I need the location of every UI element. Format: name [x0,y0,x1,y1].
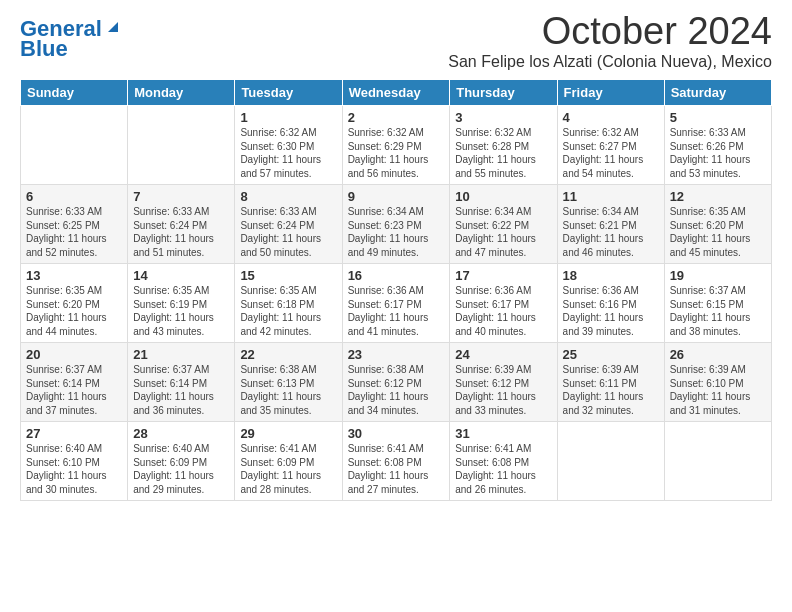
week-row-2: 6Sunrise: 6:33 AM Sunset: 6:25 PM Daylig… [21,185,772,264]
calendar-cell: 5Sunrise: 6:33 AM Sunset: 6:26 PM Daylig… [664,106,771,185]
calendar-cell: 10Sunrise: 6:34 AM Sunset: 6:22 PM Dayli… [450,185,557,264]
calendar-cell: 26Sunrise: 6:39 AM Sunset: 6:10 PM Dayli… [664,343,771,422]
calendar-cell [557,422,664,501]
week-row-3: 13Sunrise: 6:35 AM Sunset: 6:20 PM Dayli… [21,264,772,343]
day-info: Sunrise: 6:40 AM Sunset: 6:09 PM Dayligh… [133,442,229,496]
calendar-cell: 17Sunrise: 6:36 AM Sunset: 6:17 PM Dayli… [450,264,557,343]
calendar-header-row: SundayMondayTuesdayWednesdayThursdayFrid… [21,80,772,106]
calendar-cell: 9Sunrise: 6:34 AM Sunset: 6:23 PM Daylig… [342,185,450,264]
calendar-cell: 31Sunrise: 6:41 AM Sunset: 6:08 PM Dayli… [450,422,557,501]
day-header-thursday: Thursday [450,80,557,106]
calendar-cell [21,106,128,185]
day-number: 3 [455,110,551,125]
day-info: Sunrise: 6:38 AM Sunset: 6:13 PM Dayligh… [240,363,336,417]
calendar-cell [664,422,771,501]
day-number: 20 [26,347,122,362]
calendar-cell: 14Sunrise: 6:35 AM Sunset: 6:19 PM Dayli… [128,264,235,343]
day-info: Sunrise: 6:32 AM Sunset: 6:30 PM Dayligh… [240,126,336,180]
day-number: 26 [670,347,766,362]
day-number: 2 [348,110,445,125]
logo-text-blue: Blue [20,38,68,60]
day-info: Sunrise: 6:36 AM Sunset: 6:17 PM Dayligh… [455,284,551,338]
day-number: 16 [348,268,445,283]
day-number: 13 [26,268,122,283]
day-header-tuesday: Tuesday [235,80,342,106]
day-header-wednesday: Wednesday [342,80,450,106]
day-number: 11 [563,189,659,204]
calendar-cell: 30Sunrise: 6:41 AM Sunset: 6:08 PM Dayli… [342,422,450,501]
title-area: October 2024 San Felipe los Alzati (Colo… [448,10,772,71]
calendar-cell: 3Sunrise: 6:32 AM Sunset: 6:28 PM Daylig… [450,106,557,185]
header: General Blue October 2024 San Felipe los… [20,10,772,71]
day-info: Sunrise: 6:36 AM Sunset: 6:16 PM Dayligh… [563,284,659,338]
day-number: 14 [133,268,229,283]
subtitle: San Felipe los Alzati (Colonia Nueva), M… [448,53,772,71]
day-info: Sunrise: 6:39 AM Sunset: 6:10 PM Dayligh… [670,363,766,417]
day-number: 25 [563,347,659,362]
day-number: 4 [563,110,659,125]
day-header-friday: Friday [557,80,664,106]
day-info: Sunrise: 6:34 AM Sunset: 6:21 PM Dayligh… [563,205,659,259]
day-number: 24 [455,347,551,362]
calendar-body: 1Sunrise: 6:32 AM Sunset: 6:30 PM Daylig… [21,106,772,501]
calendar-cell: 20Sunrise: 6:37 AM Sunset: 6:14 PM Dayli… [21,343,128,422]
calendar-cell: 18Sunrise: 6:36 AM Sunset: 6:16 PM Dayli… [557,264,664,343]
day-header-monday: Monday [128,80,235,106]
day-info: Sunrise: 6:34 AM Sunset: 6:23 PM Dayligh… [348,205,445,259]
week-row-4: 20Sunrise: 6:37 AM Sunset: 6:14 PM Dayli… [21,343,772,422]
day-number: 27 [26,426,122,441]
calendar-cell: 23Sunrise: 6:38 AM Sunset: 6:12 PM Dayli… [342,343,450,422]
day-number: 30 [348,426,445,441]
day-number: 17 [455,268,551,283]
day-info: Sunrise: 6:34 AM Sunset: 6:22 PM Dayligh… [455,205,551,259]
day-info: Sunrise: 6:35 AM Sunset: 6:20 PM Dayligh… [670,205,766,259]
calendar-cell: 11Sunrise: 6:34 AM Sunset: 6:21 PM Dayli… [557,185,664,264]
day-number: 10 [455,189,551,204]
calendar: SundayMondayTuesdayWednesdayThursdayFrid… [20,79,772,501]
calendar-cell: 21Sunrise: 6:37 AM Sunset: 6:14 PM Dayli… [128,343,235,422]
week-row-1: 1Sunrise: 6:32 AM Sunset: 6:30 PM Daylig… [21,106,772,185]
calendar-cell [128,106,235,185]
day-info: Sunrise: 6:33 AM Sunset: 6:24 PM Dayligh… [240,205,336,259]
day-number: 21 [133,347,229,362]
month-title: October 2024 [448,10,772,53]
day-number: 9 [348,189,445,204]
calendar-cell: 13Sunrise: 6:35 AM Sunset: 6:20 PM Dayli… [21,264,128,343]
logo: General Blue [20,18,122,60]
calendar-cell: 7Sunrise: 6:33 AM Sunset: 6:24 PM Daylig… [128,185,235,264]
day-info: Sunrise: 6:32 AM Sunset: 6:28 PM Dayligh… [455,126,551,180]
day-number: 7 [133,189,229,204]
day-number: 29 [240,426,336,441]
day-number: 28 [133,426,229,441]
day-info: Sunrise: 6:36 AM Sunset: 6:17 PM Dayligh… [348,284,445,338]
day-info: Sunrise: 6:37 AM Sunset: 6:14 PM Dayligh… [26,363,122,417]
day-info: Sunrise: 6:35 AM Sunset: 6:18 PM Dayligh… [240,284,336,338]
day-number: 15 [240,268,336,283]
calendar-cell: 6Sunrise: 6:33 AM Sunset: 6:25 PM Daylig… [21,185,128,264]
day-number: 6 [26,189,122,204]
calendar-cell: 25Sunrise: 6:39 AM Sunset: 6:11 PM Dayli… [557,343,664,422]
day-info: Sunrise: 6:40 AM Sunset: 6:10 PM Dayligh… [26,442,122,496]
day-number: 18 [563,268,659,283]
day-info: Sunrise: 6:33 AM Sunset: 6:25 PM Dayligh… [26,205,122,259]
day-number: 23 [348,347,445,362]
day-info: Sunrise: 6:37 AM Sunset: 6:14 PM Dayligh… [133,363,229,417]
day-info: Sunrise: 6:35 AM Sunset: 6:19 PM Dayligh… [133,284,229,338]
day-number: 12 [670,189,766,204]
calendar-cell: 22Sunrise: 6:38 AM Sunset: 6:13 PM Dayli… [235,343,342,422]
day-number: 31 [455,426,551,441]
day-info: Sunrise: 6:39 AM Sunset: 6:12 PM Dayligh… [455,363,551,417]
day-info: Sunrise: 6:41 AM Sunset: 6:08 PM Dayligh… [348,442,445,496]
day-header-saturday: Saturday [664,80,771,106]
day-number: 22 [240,347,336,362]
day-number: 19 [670,268,766,283]
calendar-cell: 1Sunrise: 6:32 AM Sunset: 6:30 PM Daylig… [235,106,342,185]
calendar-cell: 8Sunrise: 6:33 AM Sunset: 6:24 PM Daylig… [235,185,342,264]
day-number: 1 [240,110,336,125]
day-number: 5 [670,110,766,125]
calendar-cell: 2Sunrise: 6:32 AM Sunset: 6:29 PM Daylig… [342,106,450,185]
week-row-5: 27Sunrise: 6:40 AM Sunset: 6:10 PM Dayli… [21,422,772,501]
calendar-cell: 15Sunrise: 6:35 AM Sunset: 6:18 PM Dayli… [235,264,342,343]
calendar-cell: 28Sunrise: 6:40 AM Sunset: 6:09 PM Dayli… [128,422,235,501]
calendar-cell: 29Sunrise: 6:41 AM Sunset: 6:09 PM Dayli… [235,422,342,501]
